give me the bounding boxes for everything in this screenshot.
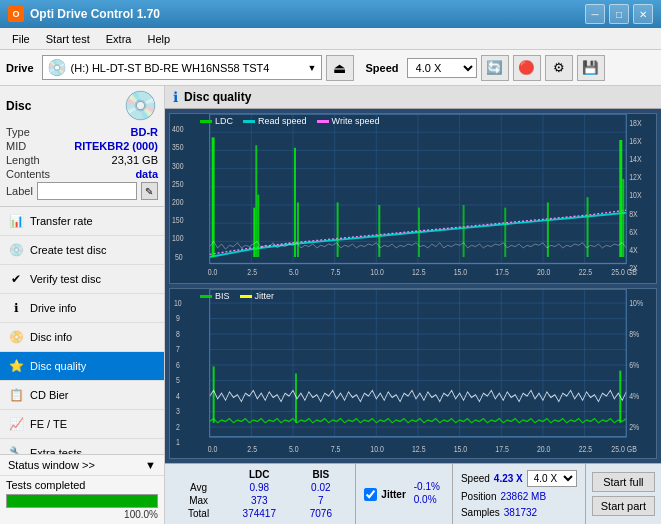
svg-text:9: 9 [176,312,180,324]
svg-text:2%: 2% [629,421,639,433]
drive-select[interactable]: 💿 (H:) HL-DT-ST BD-RE WH16NS58 TST4 ▼ [42,55,322,80]
cd-bier-icon: 📋 [8,387,24,403]
disc-section-title: Disc [6,99,31,113]
toolbar: Drive 💿 (H:) HL-DT-ST BD-RE WH16NS58 TST… [0,50,661,86]
svg-rect-27 [418,208,420,257]
svg-text:22.5: 22.5 [579,443,593,455]
avg-bis: 0.02 [294,481,347,494]
label-edit-button[interactable]: ✎ [141,182,158,200]
drive-label: Drive [6,62,34,74]
svg-rect-29 [504,208,506,257]
nav-fe-te-label: FE / TE [30,418,67,430]
jitter-section: Jitter -0.1% 0.0% [355,464,452,524]
nav-cd-bier[interactable]: 📋 CD Bier [0,381,164,410]
main-container: Disc 💿 Type BD-R MID RITEKBR2 (000) Leng… [0,86,661,524]
menu-extra[interactable]: Extra [98,31,140,47]
label-input[interactable] [37,182,137,200]
status-bar: Status window >> ▼ Tests completed 100.0… [0,454,164,524]
svg-text:16X: 16X [629,136,642,146]
chevron-icon: ▼ [145,459,156,471]
nav-cd-bier-label: CD Bier [30,389,69,401]
left-panel: Disc 💿 Type BD-R MID RITEKBR2 (000) Leng… [0,86,165,524]
label-label: Label [6,185,33,197]
contents-label: Contents [6,168,50,180]
minimize-button[interactable]: ─ [585,4,605,24]
svg-text:10: 10 [174,297,182,309]
chart1-wrapper: LDC Read speed Write speed [169,113,657,284]
burn-button[interactable]: 🔴 [513,55,541,81]
chart1-legend: LDC Read speed Write speed [200,116,379,126]
menu-file[interactable]: File [4,31,38,47]
position-row: Position 23862 MB [461,491,577,502]
speed-select[interactable]: 4.0 X [407,58,477,78]
right-stats-section: Speed 4.23 X 4.0 X Position 23862 MB Sam… [452,464,585,524]
svg-text:18X: 18X [629,118,642,128]
progress-bar-container [6,494,158,508]
disc-info-icon: 📀 [8,329,24,345]
disc-quality-icon: ⭐ [8,358,24,374]
legend-ldc: LDC [200,116,233,126]
max-bis: 7 [294,494,347,507]
svg-rect-23 [294,148,296,257]
svg-text:12X: 12X [629,172,642,182]
svg-text:8X: 8X [629,209,638,219]
svg-rect-20 [253,208,255,257]
svg-rect-19 [212,137,215,257]
nav-verify-test-disc[interactable]: ✔ Verify test disc [0,265,164,294]
status-progress-row: Tests completed [0,476,164,494]
jitter-data-table: -0.1% 0.0% [410,480,444,508]
svg-text:6X: 6X [629,227,638,237]
menu-start-test[interactable]: Start test [38,31,98,47]
speed-section: Speed 4.23 X 4.0 X [461,470,577,487]
nav-disc-quality[interactable]: ⭐ Disc quality [0,352,164,381]
total-ldc: 374417 [224,507,294,520]
chart2-svg: 10 9 8 7 6 5 4 3 2 1 10% 8% 6% 4% 2% [170,289,656,458]
jitter-max-val: 0.0% [410,493,444,506]
length-label: Length [6,154,40,166]
chart1-svg: 400 350 300 250 200 150 100 50 18X 16X 1… [170,114,656,283]
nav-drive-info-label: Drive info [30,302,76,314]
svg-text:8: 8 [176,328,180,340]
disc-contents-row: Contents data [6,168,158,180]
jitter-label: Jitter [255,291,275,301]
nav-transfer-rate[interactable]: 📊 Transfer rate [0,207,164,236]
svg-text:7.5: 7.5 [331,443,341,455]
jitter-checkbox[interactable] [364,488,377,501]
eject-button[interactable]: ⏏ [326,55,354,81]
create-test-disc-icon: 💿 [8,242,24,258]
stats-total-row: Total 374417 7076 [173,507,347,520]
nav-create-test-disc[interactable]: 💿 Create test disc [0,236,164,265]
svg-rect-21 [255,145,257,257]
disc-length-row: Length 23,31 GB [6,154,158,166]
maximize-button[interactable]: □ [609,4,629,24]
svg-text:4X: 4X [629,245,638,255]
avg-label: Avg [173,481,224,494]
nav-disc-info[interactable]: 📀 Disc info [0,323,164,352]
speed-label: Speed [366,62,399,74]
status-window-button[interactable]: Status window >> ▼ [0,455,164,476]
speed-dropdown[interactable]: 4.0 X [527,470,577,487]
start-full-button[interactable]: Start full [592,472,655,492]
settings-button[interactable]: ⚙ [545,55,573,81]
svg-rect-0 [170,114,656,283]
jitter-empty [410,506,444,508]
refresh-button[interactable]: 🔄 [481,55,509,81]
nav-transfer-rate-label: Transfer rate [30,215,93,227]
svg-text:10%: 10% [629,297,643,309]
svg-text:10X: 10X [629,191,642,201]
start-part-button[interactable]: Start part [592,496,655,516]
close-button[interactable]: ✕ [633,4,653,24]
svg-text:20.0: 20.0 [537,443,551,455]
nav-extra-tests[interactable]: 🔧 Extra tests [0,439,164,454]
save-button[interactable]: 💾 [577,55,605,81]
action-buttons-col: Start full Start part [585,464,661,524]
svg-text:17.5: 17.5 [495,443,509,455]
menu-help[interactable]: Help [139,31,178,47]
verify-test-disc-icon: ✔ [8,271,24,287]
col-empty [173,468,224,481]
nav-drive-info[interactable]: ℹ Drive info [0,294,164,323]
nav-fe-te[interactable]: 📈 FE / TE [0,410,164,439]
svg-text:400: 400 [172,124,184,134]
svg-text:1: 1 [176,436,180,448]
svg-text:6%: 6% [629,359,639,371]
